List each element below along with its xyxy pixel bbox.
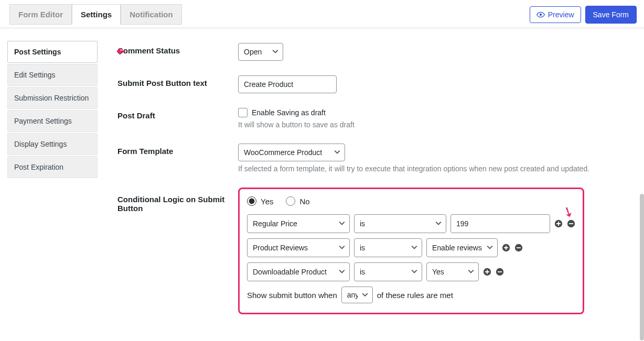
label-submit-button-text: Submit Post Button text (117, 75, 238, 87)
form-template-select[interactable]: WooCommerce Product (238, 144, 345, 161)
post-draft-check-label: Enable Saving as draft (252, 108, 326, 117)
label-form-template: Form Template (117, 144, 238, 156)
eye-icon (536, 12, 545, 18)
remove-condition-button[interactable] (514, 244, 523, 252)
match-mode-select[interactable]: any (341, 287, 373, 303)
conditional-enable-radio-group: Yes No (247, 196, 575, 206)
vertical-scrollbar[interactable] (640, 194, 644, 340)
svg-point-0 (540, 13, 542, 15)
add-condition-button[interactable] (554, 219, 563, 228)
condition-value-select[interactable]: Yes (426, 262, 479, 281)
main-panel: Comment Status Open Submit Post Button t… (105, 28, 644, 341)
condition-field-select[interactable]: Regular Price (247, 214, 350, 233)
tab-form-editor[interactable]: Form Editor (9, 4, 72, 25)
preview-button[interactable]: Preview (530, 6, 581, 23)
label-post-draft: Post Draft (117, 108, 238, 120)
sidebar-item-display-settings[interactable]: Display Settings (7, 133, 98, 155)
remove-condition-button[interactable] (496, 268, 504, 276)
label-comment-status: Comment Status (117, 43, 238, 55)
sidebar-item-label: Post Settings (14, 48, 61, 56)
row-comment-status: Comment Status Open (117, 43, 628, 61)
comment-status-select[interactable]: Open (238, 43, 283, 61)
sidebar-item-edit-settings[interactable]: Edit Settings (7, 64, 98, 86)
tab-settings[interactable]: Settings (72, 4, 121, 25)
add-condition-button[interactable] (502, 244, 510, 252)
add-condition-button[interactable] (483, 268, 491, 276)
form-template-help: If selected a form template, it will try… (238, 164, 616, 173)
tab-notification[interactable]: Notification (121, 4, 182, 25)
label-conditional-logic: Conditional Logic on Submit Button (117, 188, 238, 213)
minus-circle-icon (514, 244, 523, 252)
condition-value-select[interactable]: Enable reviews (426, 238, 498, 257)
top-tabs: Form Editor Settings Notification (9, 4, 182, 25)
conditional-no-option[interactable]: No (286, 196, 309, 206)
row-conditional-logic: Conditional Logic on Submit Button ➘ Yes… (117, 188, 628, 314)
pointer-icon: ➜ (116, 45, 126, 58)
condition-value-input[interactable] (450, 214, 550, 233)
condition-operator-select[interactable]: is (354, 238, 422, 257)
conditional-footer-post: of these rules are met (377, 291, 453, 300)
conditional-yes-label: Yes (261, 197, 273, 206)
plus-circle-icon (554, 219, 563, 228)
minus-circle-icon (496, 268, 504, 276)
post-draft-checkbox-wrap[interactable]: Enable Saving as draft (238, 108, 628, 117)
conditional-no-radio[interactable] (286, 196, 295, 206)
conditional-footer: Show submit button when any of these rul… (247, 287, 575, 303)
sidebar-item-payment-settings[interactable]: Payment Settings (7, 110, 98, 132)
sidebar-item-post-settings[interactable]: Post Settings ➜ (7, 41, 98, 63)
submit-button-text-input[interactable] (238, 75, 337, 93)
row-form-template: Form Template WooCommerce Product If sel… (117, 144, 628, 173)
preview-label: Preview (548, 10, 574, 19)
condition-row: Regular Price is (247, 214, 575, 233)
conditional-footer-pre: Show submit button when (247, 291, 337, 300)
condition-operator-select[interactable]: is (354, 262, 422, 281)
condition-row: Product Reviews is Enable reviews (247, 238, 575, 257)
conditional-yes-option[interactable]: Yes (247, 196, 273, 206)
sidebar-item-submission-restriction[interactable]: Submission Restriction (7, 87, 98, 109)
header: Form Editor Settings Notification Previe… (0, 0, 644, 28)
header-actions: Preview Save Form (530, 6, 637, 24)
post-draft-help: It will show a button to save as draft (238, 120, 628, 129)
post-draft-checkbox[interactable] (238, 108, 248, 117)
settings-sidebar: Post Settings ➜ Edit Settings Submission… (0, 28, 105, 341)
row-submit-button-text: Submit Post Button text (117, 75, 628, 93)
condition-operator-select[interactable]: is (354, 214, 446, 233)
row-post-draft: Post Draft Enable Saving as draft It wil… (117, 108, 628, 129)
conditional-logic-panel: ➘ Yes No Regular (238, 188, 584, 314)
condition-field-select[interactable]: Downloadable Product (247, 262, 350, 281)
condition-row: Downloadable Product is Yes (247, 262, 575, 281)
plus-circle-icon (502, 244, 510, 252)
sidebar-item-post-expiration[interactable]: Post Expiration (7, 156, 98, 178)
conditional-yes-radio[interactable] (247, 196, 256, 206)
conditional-no-label: No (299, 197, 309, 206)
plus-circle-icon (483, 268, 491, 276)
condition-field-select[interactable]: Product Reviews (247, 238, 350, 257)
save-form-button[interactable]: Save Form (585, 6, 637, 24)
